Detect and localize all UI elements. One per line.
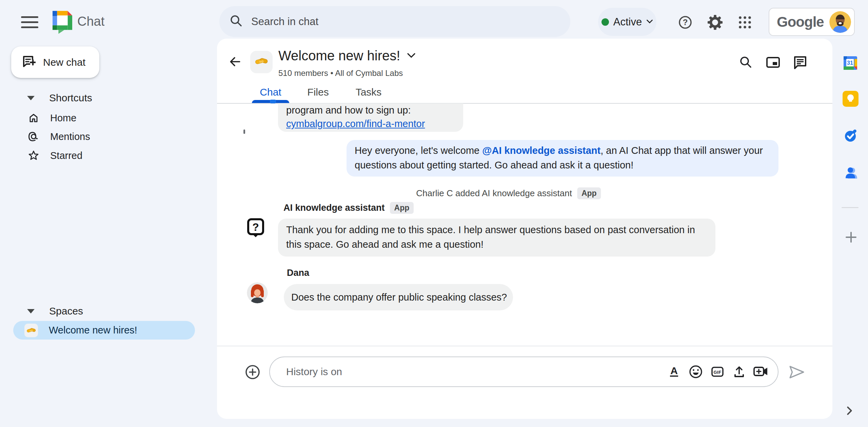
system-message-text: Charlie C added AI knowledge assistant [416,188,572,199]
star-icon [28,150,39,161]
collapse-panel-button[interactable] [842,403,856,418]
handshake-emoji-icon [254,54,269,70]
question-bubble-icon: ? [247,233,264,239]
picture-in-picture-button[interactable] [765,55,781,70]
contacts-sidepanel-button[interactable] [843,165,859,181]
google-account-chip[interactable]: Google [769,8,855,36]
main-menu-button[interactable] [19,14,41,30]
svg-text:?: ? [252,221,259,233]
search-icon [230,14,243,29]
tasks-sidepanel-button[interactable] [843,128,859,144]
message-text: Hey everyone, let's welcome [355,145,482,156]
settings-button[interactable] [707,15,723,30]
user-avatar[interactable] [829,11,851,33]
search-bar[interactable] [219,6,570,37]
message-bubble-ai: Thank you for adding me to this space. I… [278,219,715,257]
help-button[interactable]: ? [678,15,693,30]
tab-chat[interactable]: Chat [250,84,291,100]
chevron-down-icon [646,19,653,25]
space-name: Welcome new hires! [49,325,137,336]
get-addons-button[interactable] [844,230,858,244]
message-bubble-clipped: program and how to sign up: cymbalgroup.… [278,103,463,132]
chevron-down-icon [407,53,416,59]
space-avatar [250,51,273,73]
at-mention-icon [28,131,39,142]
send-button[interactable] [788,365,805,380]
sidebar-item-home[interactable]: Home [14,108,203,127]
message-bubble-own: Hey everyone, let's welcome @AI knowledg… [347,140,778,177]
sender-name: AI knowledge assistant [283,203,385,213]
space-title-menu[interactable]: Welcome new hires! [278,48,416,63]
tab-tasks[interactable]: Tasks [347,84,391,100]
threads-button[interactable] [792,55,808,70]
google-apps-button[interactable] [738,15,752,29]
google-chat-logo-icon [53,11,72,35]
clipped-avatar-sliver [243,129,245,134]
mention-link[interactable]: @AI knowledge assistant [482,145,600,156]
upload-button[interactable] [728,361,750,383]
back-button[interactable] [227,54,243,70]
emoji-button[interactable] [685,361,707,383]
message-text: program and how to sign up: [286,103,455,117]
conversation-panel: Welcome new hires! 510 members • All of … [217,39,832,419]
space-subtitle: 510 members • All of Cymbal Labs [278,68,403,78]
message-bubble-dana: Does the company offer public speaking c… [284,284,513,310]
right-rail-divider [842,207,859,208]
availability-status-button[interactable]: Active [598,8,656,36]
svg-text:?: ? [683,18,688,27]
sidebar-item-starred[interactable]: Starred [14,146,203,165]
svg-text:31: 31 [847,60,853,66]
sidebar-space-welcome-new-hires[interactable]: Welcome new hires! [13,321,195,340]
shortcuts-section-header: Shortcuts [49,92,92,104]
search-input[interactable] [251,15,560,28]
app-badge: App [390,202,414,214]
new-chat-button[interactable]: New chat [11,46,99,78]
message-composer[interactable]: A GIF [269,357,778,387]
ai-assistant-avatar: ? [247,218,264,240]
app-badge: App [577,187,601,199]
status-dot-green [601,18,609,26]
handshake-emoji-icon [24,324,38,337]
shortcuts-collapse-toggle[interactable] [27,96,35,100]
composer-divider [217,346,832,346]
status-label: Active [613,16,642,28]
sender-row: AI knowledge assistant App [283,202,414,214]
calendar-sidepanel-button[interactable]: 31 [842,55,859,71]
sidebar-item-mentions[interactable]: Mentions [14,127,203,146]
gif-button[interactable]: GIF [707,361,728,383]
sender-row: Dana [287,268,309,278]
message-link[interactable]: cymbalgroup.com/find-a-mentor [286,118,425,129]
clipped-element [270,100,276,103]
svg-text:GIF: GIF [713,370,721,375]
search-in-space-button[interactable] [738,55,754,70]
google-wordmark: Google [777,14,824,30]
spaces-section-header: Spaces [49,305,83,317]
text-format-button[interactable]: A [663,361,685,383]
home-icon [28,113,39,123]
sender-name: Dana [287,268,309,278]
new-chat-label: New chat [43,57,85,68]
svg-text:A: A [670,365,678,376]
tab-files[interactable]: Files [298,84,338,100]
space-title: Welcome new hires! [278,48,400,63]
dana-avatar [247,282,268,303]
app-title: Chat [77,14,104,29]
keep-sidepanel-button[interactable] [843,91,859,107]
spaces-collapse-toggle[interactable] [27,309,35,313]
video-meeting-button[interactable] [750,361,772,383]
message-input[interactable] [285,366,663,378]
new-chat-icon [22,55,36,69]
system-message: Charlie C added AI knowledge assistant A… [416,187,601,199]
compose-add-button[interactable] [245,365,260,380]
